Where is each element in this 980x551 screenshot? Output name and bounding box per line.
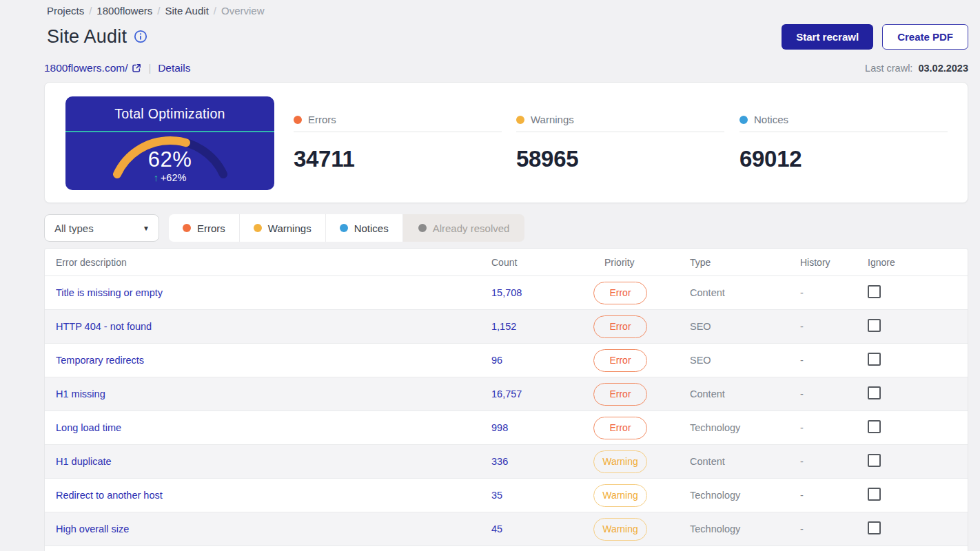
ignore-checkbox[interactable] [868, 386, 881, 399]
errors-count: 34711 [294, 146, 502, 172]
count-link[interactable]: 998 [491, 422, 508, 433]
priority-badge: Error [593, 282, 647, 304]
ignore-checkbox[interactable] [868, 285, 881, 298]
table-row: Warning [45, 546, 968, 551]
ignore-checkbox[interactable] [868, 488, 881, 501]
chevron-down-icon: ▼ [143, 225, 150, 232]
error-description-link[interactable]: Long load time [56, 422, 121, 433]
up-arrow-icon: ↑ [154, 172, 159, 183]
divider [294, 132, 502, 132]
domain-link[interactable]: 1800flowers.com/ [44, 62, 141, 74]
filter-row: All types ▼ Errors Warnings Notices Alre… [44, 214, 968, 242]
history-cell: - [800, 456, 868, 467]
stat-errors: Errors 34711 [294, 114, 502, 172]
error-description-link[interactable]: H1 duplicate [56, 456, 112, 467]
type-cell: Technology [690, 422, 800, 433]
breadcrumb-site-audit[interactable]: Site Audit [165, 5, 208, 17]
table-row: Title is missing or empty15,708ErrorCont… [45, 276, 968, 310]
stat-label: Notices [754, 114, 788, 125]
type-filter-value: All types [54, 222, 94, 234]
errors-dot-icon [183, 224, 191, 232]
type-filter-select[interactable]: All types ▼ [44, 214, 159, 242]
stat-label: Errors [308, 114, 336, 125]
start-recrawl-button[interactable]: Start recrawl [782, 24, 873, 50]
details-link[interactable]: Details [158, 62, 190, 74]
create-pdf-button[interactable]: Create PDF [882, 24, 968, 50]
count-link[interactable]: 1,152 [491, 321, 516, 332]
priority-badge: Error [593, 349, 647, 372]
stat-label: Warnings [531, 114, 574, 125]
divider [739, 132, 948, 132]
error-description-link[interactable]: Redirect to another host [56, 490, 163, 501]
count-link[interactable]: 336 [491, 456, 508, 467]
col-error-description: Error description [45, 257, 491, 268]
col-type: Type [690, 257, 800, 268]
title-row: Site Audit Start recrawl Create PDF [47, 23, 968, 50]
error-description-link[interactable]: HTTP 404 - not found [56, 321, 152, 332]
domain-text: 1800flowers.com/ [44, 62, 127, 74]
last-crawl-label: Last crawl: [865, 63, 912, 74]
type-cell: Content [690, 388, 800, 399]
priority-badge: Warning [593, 484, 647, 507]
divider [516, 132, 724, 132]
priority-badge: Error [593, 417, 647, 439]
tab-label: Notices [354, 222, 389, 234]
tab-warnings[interactable]: Warnings [240, 214, 326, 242]
errors-dot-icon [294, 116, 302, 124]
last-crawl: Last crawl: 03.02.2023 [865, 63, 968, 74]
priority-badge: Error [593, 383, 647, 406]
issues-table: Error description Count Priority Type Hi… [44, 248, 968, 551]
gauge-delta-value: +62% [161, 172, 187, 183]
ignore-checkbox[interactable] [868, 319, 881, 332]
notices-count: 69012 [739, 146, 948, 172]
tab-notices[interactable]: Notices [326, 214, 403, 242]
type-cell: SEO [690, 355, 800, 366]
count-link[interactable]: 16,757 [491, 388, 522, 399]
col-priority: Priority [593, 257, 690, 268]
resolved-dot-icon [418, 224, 427, 232]
table-row: Temporary redirects96ErrorSEO- [45, 344, 968, 377]
count-link[interactable]: 96 [491, 355, 502, 366]
history-cell: - [800, 355, 868, 366]
ignore-checkbox[interactable] [868, 420, 881, 433]
error-description-link[interactable]: H1 missing [56, 388, 105, 399]
ignore-checkbox[interactable] [868, 454, 881, 467]
severity-filter-tabs: Errors Warnings Notices Already resolved [169, 214, 524, 242]
tab-label: Errors [197, 222, 225, 234]
breadcrumb-project-name[interactable]: 1800flowers [96, 5, 152, 17]
table-row: High overall size45WarningTechnology- [45, 512, 968, 546]
last-crawl-date: 03.02.2023 [918, 63, 968, 74]
error-description-link[interactable]: High overall size [56, 523, 129, 534]
tab-errors[interactable]: Errors [169, 214, 240, 242]
external-link-icon[interactable] [132, 63, 141, 73]
history-cell: - [800, 422, 868, 433]
error-description-link[interactable]: Temporary redirects [56, 355, 144, 366]
count-link[interactable]: 45 [491, 523, 502, 534]
ignore-checkbox[interactable] [868, 521, 881, 534]
notices-dot-icon [340, 224, 348, 232]
info-icon[interactable] [134, 30, 147, 43]
col-history: History [800, 257, 868, 268]
tab-label: Warnings [268, 222, 312, 234]
history-cell: - [800, 388, 868, 399]
gauge-value: 62% [65, 147, 274, 172]
count-link[interactable]: 15,708 [491, 287, 522, 298]
gauge-divider [65, 131, 274, 132]
table-body: Title is missing or empty15,708ErrorCont… [45, 276, 968, 551]
count-link[interactable]: 35 [491, 490, 502, 501]
divider: | [148, 63, 151, 74]
breadcrumb-separator: / [214, 5, 216, 17]
error-description-link[interactable]: Title is missing or empty [56, 287, 163, 298]
warnings-count: 58965 [516, 146, 724, 172]
table-row: HTTP 404 - not found1,152ErrorSEO- [45, 310, 968, 344]
type-cell: Technology [690, 523, 800, 534]
notices-dot-icon [739, 116, 748, 124]
tab-label: Already resolved [433, 222, 510, 234]
ignore-checkbox[interactable] [868, 353, 881, 366]
type-cell: Technology [690, 490, 800, 501]
history-cell: - [800, 490, 868, 501]
type-cell: Content [690, 456, 800, 467]
tab-already-resolved[interactable]: Already resolved [403, 214, 525, 242]
breadcrumb-projects[interactable]: Projects [47, 5, 84, 17]
priority-badge: Error [593, 315, 647, 338]
